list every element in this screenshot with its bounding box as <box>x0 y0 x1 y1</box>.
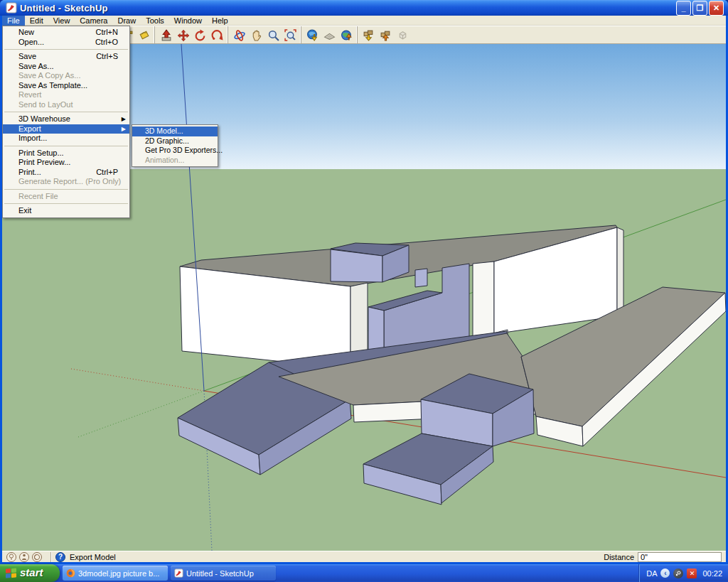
follow-me-button[interactable] <box>208 27 225 43</box>
titlebar[interactable]: Untitled - SketchUp _ ❐ ✕ <box>0 0 728 16</box>
follow-me-icon <box>211 29 223 41</box>
statusbar-divider <box>50 552 51 562</box>
menu-item-export[interactable]: Export▶ <box>3 124 129 134</box>
menu-separator <box>3 187 129 192</box>
menubar-item-help[interactable]: Help <box>207 16 233 26</box>
zoom-extents-button[interactable] <box>282 27 299 43</box>
menu-item-print[interactable]: Print...Ctrl+P <box>3 168 129 178</box>
desktop-screen: Untitled - SketchUp _ ❐ ✕ FileEditViewCa… <box>0 0 728 582</box>
menu-item-send-to-layout[interactable]: Send to LayOut <box>3 100 129 110</box>
submenu-arrow-icon: ▶ <box>122 114 126 124</box>
menu-item-3d-model[interactable]: 3D Model... <box>132 126 218 136</box>
restore-button[interactable]: ❐ <box>692 1 707 16</box>
menubar-item-camera[interactable]: Camera <box>75 16 112 26</box>
menu-separator <box>3 144 129 149</box>
menu-item-save-as-template[interactable]: Save As Template... <box>3 81 129 91</box>
status-help-text: Export Model <box>70 553 116 561</box>
place-model-icon <box>341 29 353 41</box>
menu-item-import[interactable]: Import... <box>3 134 129 144</box>
menu-item-save-a-copy-as[interactable]: Save A Copy As... <box>3 71 129 81</box>
move-icon <box>177 29 189 41</box>
windows-logo-icon <box>6 568 16 578</box>
orbit-button[interactable] <box>230 27 247 43</box>
orbit-icon <box>233 29 245 41</box>
window-title: Untitled - SketchUp <box>20 3 108 14</box>
get-current-view-icon <box>306 29 318 41</box>
share-model-icon <box>380 29 392 41</box>
get-current-view-button[interactable] <box>304 27 321 43</box>
component-disabled-button[interactable] <box>394 27 411 43</box>
share-model-button[interactable] <box>377 27 394 43</box>
submenu-arrow-icon: ▶ <box>122 124 126 134</box>
menu-item-2d-graphic[interactable]: 2D Graphic... <box>132 136 218 146</box>
paint-bucket-icon <box>138 29 150 41</box>
toggle-terrain-button[interactable] <box>321 27 338 43</box>
distance-label: Distance <box>604 553 634 561</box>
hide-icons-chevron[interactable]: ‹ <box>660 568 670 578</box>
distance-input[interactable]: 0" <box>638 552 722 562</box>
taskbar-task-firefox[interactable]: 3dmodel.jpg picture b... <box>63 566 168 581</box>
get-models-icon <box>363 29 375 41</box>
zoom-icon <box>267 29 279 41</box>
menu-item-print-preview[interactable]: Print Preview... <box>3 158 129 168</box>
menu-item-animation[interactable]: Animation... <box>132 156 218 166</box>
component-disabled-icon <box>397 29 409 41</box>
steam-tray-icon[interactable] <box>673 568 683 578</box>
system-tray: DA ‹ ✕ 00:22 <box>638 564 728 582</box>
messenger-tray-icon[interactable]: ✕ <box>687 568 697 578</box>
menu-item-save-as[interactable]: Save As... <box>3 62 129 72</box>
menubar-item-window[interactable]: Window <box>169 16 207 26</box>
menubar-item-edit[interactable]: Edit <box>25 16 48 26</box>
task-label: 3dmodel.jpg picture b... <box>78 569 159 578</box>
sign-in-icon[interactable] <box>32 552 42 562</box>
menu-item-new[interactable]: NewCtrl+N <box>3 28 129 38</box>
taskbar-task-sketchup[interactable]: Untitled - SketchUp <box>171 566 276 581</box>
menu-separator <box>3 47 129 52</box>
menu-item-save[interactable]: SaveCtrl+S <box>3 52 129 62</box>
rotate-button[interactable] <box>191 27 208 43</box>
push-pull-icon <box>160 29 172 41</box>
toggle-terrain-icon <box>323 29 336 41</box>
menu-item-get-pro-3d-exporters[interactable]: Get Pro 3D Exporters... <box>132 146 218 156</box>
zoom-extents-icon <box>284 29 296 41</box>
menu-item-generate-report-pro-only[interactable]: Generate Report... (Pro Only) <box>3 177 129 187</box>
menu-item-print-setup[interactable]: Print Setup... <box>3 149 129 158</box>
menu-item-open[interactable]: Open...Ctrl+O <box>3 38 129 48</box>
file-menu: NewCtrl+NOpen...Ctrl+OSaveCtrl+SSave As.… <box>2 26 130 218</box>
zoom-button[interactable] <box>264 27 282 43</box>
start-button[interactable]: start <box>0 564 60 582</box>
start-label: start <box>20 566 43 580</box>
minimize-button[interactable]: _ <box>676 1 691 16</box>
taskbar: start 3dmodel.jpg picture b...Untitled -… <box>0 564 728 582</box>
menu-separator <box>3 109 129 114</box>
menubar-item-tools[interactable]: Tools <box>141 16 169 26</box>
task-label: Untitled - SketchUp <box>186 569 254 578</box>
claim-credit-icon[interactable] <box>19 552 29 562</box>
sketchup-icon <box>174 568 183 578</box>
place-model-button[interactable] <box>338 27 355 43</box>
pan-icon <box>250 29 262 41</box>
paint-bucket-button[interactable] <box>135 27 152 43</box>
menu-item-exit[interactable]: Exit <box>3 206 129 216</box>
language-indicator[interactable]: DA <box>646 569 657 578</box>
move-button[interactable] <box>174 27 191 43</box>
menubar-item-file[interactable]: File <box>2 16 25 26</box>
rotate-icon <box>194 29 206 41</box>
geolocation-icon[interactable] <box>6 552 16 562</box>
menu-separator <box>3 201 129 206</box>
export-submenu: 3D Model...2D Graphic...Get Pro 3D Expor… <box>132 124 218 167</box>
pan-button[interactable] <box>247 27 264 43</box>
sketchup-app-icon <box>6 2 17 14</box>
close-button[interactable]: ✕ <box>709 1 724 16</box>
menu-item-3d-warehouse[interactable]: 3D Warehouse▶ <box>3 114 129 124</box>
menu-item-revert[interactable]: Revert <box>3 90 129 100</box>
clock: 00:22 <box>702 569 722 578</box>
menu-item-recent-file[interactable]: Recent File <box>3 192 129 202</box>
push-pull-button[interactable] <box>157 27 174 43</box>
status-bar: ? Export Model Distance 0" <box>2 551 726 562</box>
get-models-button[interactable] <box>360 27 377 43</box>
menubar-item-view[interactable]: View <box>48 16 75 26</box>
menu-bar: FileEditViewCameraDrawToolsWindowHelp <box>2 16 726 26</box>
help-icon[interactable]: ? <box>55 552 65 562</box>
menubar-item-draw[interactable]: Draw <box>112 16 141 26</box>
